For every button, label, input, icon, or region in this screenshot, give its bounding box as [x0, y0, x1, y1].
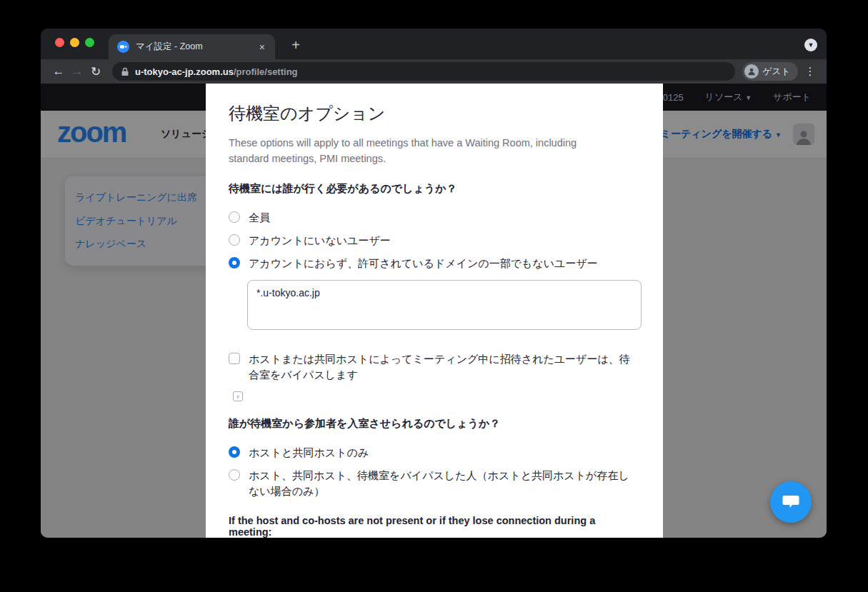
- radio-icon-selected[interactable]: [229, 257, 240, 269]
- allowed-domains-textarea[interactable]: *.u-tokyo.ac.jp: [247, 280, 642, 330]
- radio-label: 全員: [249, 210, 270, 226]
- zoom-favicon-icon: [117, 41, 129, 53]
- page-content: 88.799.0125 リソース ▼ サポート zoom ソリューション ミーテ…: [41, 84, 827, 538]
- radio-icon[interactable]: [229, 211, 240, 223]
- modal-description: These options will apply to all meetings…: [229, 135, 618, 166]
- browser-tab[interactable]: マイ設定 - Zoom ×: [109, 34, 275, 59]
- radio-label: ホスト、共同ホスト、待機室をバイパスした人（ホストと共同ホストが存在しない場合の…: [249, 468, 638, 499]
- radio-label: ホストと共同ホストのみ: [249, 445, 369, 461]
- waiting-room-options-modal: 待機室のオプション These options will apply to al…: [206, 84, 663, 538]
- back-button[interactable]: ←: [49, 64, 68, 79]
- browser-window: マイ設定 - Zoom × + ▼ ← → ↻ u-tokyo-ac-jp.zo…: [41, 29, 827, 538]
- zoom-window-button[interactable]: [85, 38, 94, 47]
- radio-icon[interactable]: [229, 469, 240, 481]
- checkbox-icon[interactable]: [229, 353, 240, 364]
- new-tab-button[interactable]: +: [286, 36, 305, 54]
- guest-label: ゲスト: [763, 66, 790, 78]
- browser-menu-button[interactable]: ⋮: [802, 65, 818, 78]
- radio-label: アカウントにおらず、許可されているドメインの一部でもないユーザー: [249, 256, 598, 271]
- guest-profile-button[interactable]: ゲスト: [742, 62, 798, 81]
- close-window-button[interactable]: [55, 38, 64, 47]
- radio-option-users-not-in-account[interactable]: アカウントにいないユーザー: [229, 233, 640, 249]
- checkbox-bypass-invited-users[interactable]: ホストまたは共同ホストによってミーティング中に招待されたユーザーは、待合室をバイ…: [229, 351, 640, 383]
- modal-title: 待機室のオプション: [229, 102, 640, 125]
- radio-option-host-cohost-only[interactable]: ホストと共同ホストのみ: [229, 445, 640, 461]
- radio-option-everyone[interactable]: 全員: [229, 210, 640, 226]
- traffic-lights: [55, 38, 94, 47]
- question-host-not-present: If the host and co-hosts are not present…: [229, 515, 640, 538]
- checkbox-label: ホストまたは共同ホストによってミーティング中に招待されたユーザーは、待合室をバイ…: [249, 351, 638, 383]
- tab-search-button[interactable]: ▼: [804, 39, 817, 51]
- tab-close-icon[interactable]: ×: [258, 41, 266, 53]
- radio-icon[interactable]: [229, 234, 240, 246]
- tab-title: マイ設定 - Zoom: [136, 41, 258, 53]
- reload-button[interactable]: ↻: [86, 64, 105, 79]
- url-domain: u-tokyo-ac-jp.zoom.us: [135, 66, 234, 77]
- url-text: u-tokyo-ac-jp.zoom.us/profile/setting: [135, 66, 298, 77]
- url-path: /profile/setting: [234, 66, 298, 77]
- question-who-can-admit: 誰が待機室から参加者を入室させられるのでしょうか？: [229, 417, 640, 431]
- radio-label: アカウントにいないユーザー: [249, 233, 391, 249]
- chat-support-button[interactable]: [770, 481, 812, 523]
- minimize-window-button[interactable]: [70, 38, 79, 47]
- tab-strip: マイ設定 - Zoom × + ▼: [41, 29, 827, 59]
- radio-option-host-cohost-bypassed[interactable]: ホスト、共同ホスト、待機室をバイパスした人（ホストと共同ホストが存在しない場合の…: [229, 468, 640, 499]
- guest-avatar-icon: [744, 64, 759, 79]
- lock-icon: [121, 67, 129, 76]
- forward-button[interactable]: →: [68, 64, 86, 79]
- address-bar[interactable]: u-tokyo-ac-jp.zoom.us/profile/setting: [112, 62, 735, 81]
- question-who-goes-to-waiting-room: 待機室には誰が行く必要があるのでしょうか？: [229, 182, 640, 196]
- broken-image-icon: v: [233, 391, 243, 401]
- browser-toolbar: ← → ↻ u-tokyo-ac-jp.zoom.us/profile/sett…: [41, 59, 827, 84]
- chat-bubble-icon: [782, 493, 800, 511]
- radio-option-users-not-in-allowed-domains[interactable]: アカウントにおらず、許可されているドメインの一部でもないユーザー: [229, 256, 640, 271]
- radio-icon-selected[interactable]: [229, 446, 240, 458]
